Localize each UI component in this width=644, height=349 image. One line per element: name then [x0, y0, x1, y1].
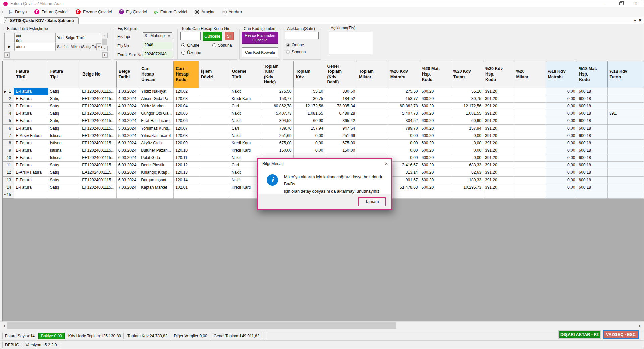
cell-fatura_turu[interactable]: E-Fatura — [14, 154, 48, 161]
cell-mat20_hsp_kodu[interactable]: 600.20 — [420, 102, 451, 110]
cell-fatura_tipi[interactable]: Satış — [48, 176, 80, 184]
column-header-miktar20[interactable]: %20 Miktar — [514, 61, 546, 88]
cell-kdv20_tutari[interactable]: 0,00 — [451, 154, 483, 161]
cell-belge_no[interactable]: EA12024001115... — [80, 169, 117, 176]
cell-toplam_tutar[interactable]: 304,52 — [262, 117, 293, 124]
tamam-button[interactable]: Tamam — [358, 197, 386, 206]
cell-kdv20_matrahi[interactable] — [388, 191, 420, 198]
cell-cari_hesap_kodu[interactable]: 120.06 — [174, 117, 199, 124]
cell-odeme_turu[interactable]: Nakit — [230, 132, 262, 139]
aciklama-onune-radio[interactable]: Önüne — [286, 43, 304, 47]
tab-satis-coklu-kdv[interactable]: SATIS-Çoklu KDV - Satış Şablonu — [4, 17, 79, 24]
cell-fatura_turu[interactable]: E-Fatura — [14, 124, 48, 132]
cell-odeme_turu[interactable]: Nakit — [230, 88, 262, 95]
cell-fatura_turu[interactable]: E-Fatura — [14, 176, 48, 184]
cell-genel_toplam[interactable]: 184,52 — [325, 95, 357, 102]
cell-kdv18_tutari[interactable] — [607, 132, 644, 139]
cell-belge_tarihi[interactable]: 5.03.2024 — [116, 124, 139, 132]
row-header[interactable]: 8 — [3, 139, 14, 147]
cell-miktar20[interactable] — [514, 169, 546, 176]
cell-mat20_hsp_kodu[interactable]: 600.20 — [420, 95, 451, 102]
cell-fatura_tipi[interactable]: Satış — [48, 161, 80, 169]
cell-toplam_tutar[interactable]: 675,00 — [262, 139, 293, 147]
cell-genel_toplam[interactable]: 365,42 — [325, 117, 357, 124]
cell-cari_hesap_kodu[interactable]: 120.08 — [174, 132, 199, 139]
cell-fatura_turu[interactable]: E-Fatura — [14, 102, 48, 110]
cell-kdv20_matrahi[interactable]: 0,00 — [388, 154, 420, 161]
cell-mat18_hsp_kodu[interactable]: 600.18 — [577, 176, 607, 184]
cell-toplam_tutar[interactable]: 60.862,78 — [262, 102, 293, 110]
cell-kdv20_hsp_kodu[interactable]: 391.20 — [483, 161, 514, 169]
menu-item-ara-lar[interactable]: Araçlar — [191, 7, 218, 17]
cell-toplam_tutar[interactable]: 789,70 — [262, 124, 293, 132]
column-header-fatura_turu[interactable]: Fatura Türü — [14, 61, 48, 88]
cell-kdv18_tutari[interactable] — [607, 102, 644, 110]
cell-toplam_miktar[interactable] — [357, 110, 388, 117]
cell-genel_toplam[interactable]: 73.035,34 — [325, 102, 357, 110]
cell-belge_tarihi[interactable]: 6.03.2024 — [116, 161, 139, 169]
cell-kdv20_tutari[interactable]: 30,75 — [451, 95, 483, 102]
row-header[interactable]: 7 — [3, 132, 14, 139]
cell-cari_hesap_unvani[interactable]: Bütüner Pazarl... — [139, 147, 174, 154]
horizontal-scroll-thumb[interactable] — [7, 322, 396, 329]
cell-genel_toplam[interactable]: 330,60 — [325, 88, 357, 95]
cell-kdv18_tutari[interactable] — [607, 124, 644, 132]
cell-odeme_turu[interactable]: Kredi Kartı — [230, 139, 262, 147]
cell-mat20_hsp_kodu[interactable]: 600.20 — [420, 161, 451, 169]
hesap-planimdan-guncelle-button[interactable]: Hesap Planımdan Güncelle — [241, 32, 278, 44]
row-header[interactable]: 12 — [3, 169, 14, 176]
evrak-sira-no-input[interactable]: 2024072048 — [143, 51, 172, 58]
cell-fatura_turu[interactable]: E-Fatura — [14, 139, 48, 147]
cell-mat18_hsp_kodu[interactable]: 600.18 — [577, 95, 607, 102]
vertical-scroll-thumb[interactable] — [102, 39, 107, 45]
cell-toplam_tutar[interactable]: 5.407,73 — [262, 110, 293, 117]
menu-item-dosya[interactable]: Dosya — [6, 7, 31, 17]
column-header-cari_hesap_kodu[interactable]: Cari Hesap Kodu — [174, 61, 199, 88]
cari-kod-kopyala-button[interactable]: Cari Kod Kopyala — [241, 47, 278, 57]
cell-kdv20_tutari[interactable]: 1.081,55 — [451, 110, 483, 117]
column-header-mat20_hsp_kodu[interactable]: %20 Mat. Hsp. Kodu — [420, 61, 451, 88]
cell-kdv18_matrahi[interactable]: 0,00 — [546, 139, 577, 147]
cell-belge_tarihi[interactable]: 6.03.2024 — [116, 154, 139, 161]
cell-kdv20_matrahi[interactable]: 153,77 — [388, 95, 420, 102]
cell-cari_hesap_kodu[interactable]: 120.13 — [174, 169, 199, 176]
cell-mat18_hsp_kodu[interactable]: 600.18 — [577, 110, 607, 117]
cell-kdv20_hsp_kodu[interactable]: 391.20 — [483, 132, 514, 139]
cell-cari_hesap_unvani[interactable]: Deniz Plastik — [139, 161, 174, 169]
cell-mat20_hsp_kodu[interactable]: 600.20 — [420, 110, 451, 117]
row-header[interactable]: 14 — [3, 184, 14, 191]
cell-kdv20_matrahi[interactable]: 901,67 — [388, 176, 420, 184]
disari-aktar-button[interactable]: DIŞARI AKTAR - F2 — [558, 330, 601, 339]
cell-kdv20_tutari[interactable]: 0,00 — [451, 147, 483, 154]
cell-islem_dovizi[interactable] — [199, 191, 230, 198]
cell-mat18_hsp_kodu[interactable]: 600.18 — [577, 184, 607, 191]
cell-belge_tarihi[interactable]: 5.03.2024 — [116, 132, 139, 139]
cell-mat18_hsp_kodu[interactable]: 600.18 — [577, 88, 607, 95]
cell-belge_tarihi[interactable]: 6.03.2024 — [116, 176, 139, 184]
cell-islem_dovizi[interactable] — [199, 184, 230, 191]
cell-mat20_hsp_kodu[interactable]: 600.20 — [420, 154, 451, 161]
cell-kdv18_matrahi[interactable]: 0,00 — [546, 154, 577, 161]
guncelle-button[interactable]: Güncelle — [203, 32, 222, 41]
cell-mat20_hsp_kodu[interactable]: 600.20 — [420, 169, 451, 176]
cell-kdv20_hsp_kodu[interactable]: 391.20 — [483, 110, 514, 117]
cell-mat18_hsp_kodu[interactable]: 600.18 — [577, 154, 607, 161]
cell-mat18_hsp_kodu[interactable]: 600.18 — [577, 124, 607, 132]
cell-odeme_turu[interactable]: Cari — [230, 102, 262, 110]
cell-belge_no[interactable]: EF12024001115... — [80, 184, 117, 191]
cell-belge_tarihi[interactable]: 6.03.2024 — [116, 147, 139, 154]
cell-kdv20_hsp_kodu[interactable]: 391.20 — [483, 95, 514, 102]
cell-fatura_tipi[interactable]: Istisna — [48, 139, 80, 147]
matching-grid-col-old[interactable]: aki ürü — [14, 33, 56, 43]
cell-kdv18_matrahi[interactable]: 0,00 — [546, 147, 577, 154]
cell-islem_dovizi[interactable] — [199, 95, 230, 102]
cell-toplam_kdv[interactable]: 0,00 — [293, 147, 325, 154]
toplu-cari-kod-input[interactable] — [180, 32, 201, 40]
column-header-belge_tarihi[interactable]: Belge Tarihi — [116, 61, 139, 88]
matching-row-new-combo[interactable]: Sat.fat.: Mikro (Satış Faturası) ▼ — [55, 43, 102, 51]
cell-miktar20[interactable] — [514, 184, 546, 191]
cell-cari_hesap_unvani[interactable]: Kaptan Market — [139, 184, 174, 191]
cell-mat18_hsp_kodu[interactable]: 600.18 — [577, 139, 607, 147]
cell-cari_hesap_unvani[interactable]: Yıldız Market — [139, 102, 174, 110]
tab-close-icon[interactable]: × — [639, 18, 642, 23]
